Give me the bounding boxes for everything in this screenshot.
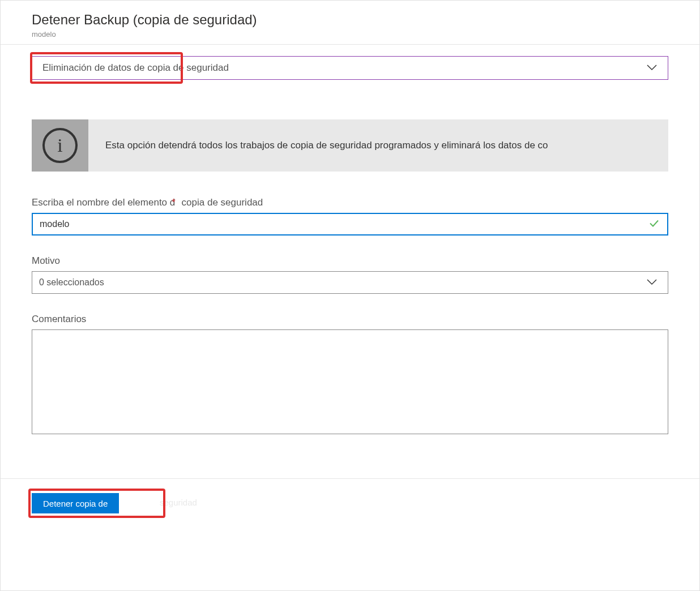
chevron-down-icon xyxy=(646,63,658,72)
comments-textarea[interactable] xyxy=(32,329,668,434)
action-dropdown[interactable]: Eliminación de datos de copia de segurid… xyxy=(32,56,668,80)
faded-text: seguridad xyxy=(160,498,197,507)
name-field-group: Escriba el nombre del elemento d* copia … xyxy=(32,197,668,235)
info-text: Esta opción detendrá todos los trabajos … xyxy=(88,140,560,151)
stop-backup-button[interactable]: Detener copia de xyxy=(32,493,119,513)
required-indicator: * xyxy=(172,197,176,208)
reason-field-label: Motivo xyxy=(32,255,668,267)
page-title: Detener Backup (copia de seguridad) xyxy=(32,12,668,28)
info-icon: i xyxy=(32,119,88,172)
form-footer: Detener copia de seguridad xyxy=(1,478,699,528)
action-dropdown-value: Eliminación de datos de copia de segurid… xyxy=(42,62,229,74)
chevron-down-icon xyxy=(646,278,658,287)
name-input-wrapper xyxy=(32,213,668,235)
info-banner: i Esta opción detendrá todos los trabajo… xyxy=(32,119,668,172)
name-input[interactable] xyxy=(40,219,644,229)
reason-field-group: Motivo 0 seleccionados xyxy=(32,255,668,294)
comments-field-label: Comentarios xyxy=(32,314,668,325)
form-content: Eliminación de datos de copia de segurid… xyxy=(1,45,699,467)
page-subtitle: modelo xyxy=(32,30,668,38)
submit-button-wrapper: Detener copia de seguridad xyxy=(32,493,119,513)
name-field-label: Escriba el nombre del elemento d* copia … xyxy=(32,197,668,208)
reason-dropdown-value: 0 seleccionados xyxy=(39,277,104,288)
check-icon xyxy=(649,220,659,229)
page-header: Detener Backup (copia de seguridad) mode… xyxy=(1,1,699,45)
reason-dropdown[interactable]: 0 seleccionados xyxy=(32,271,668,294)
comments-field-group: Comentarios xyxy=(32,314,668,436)
